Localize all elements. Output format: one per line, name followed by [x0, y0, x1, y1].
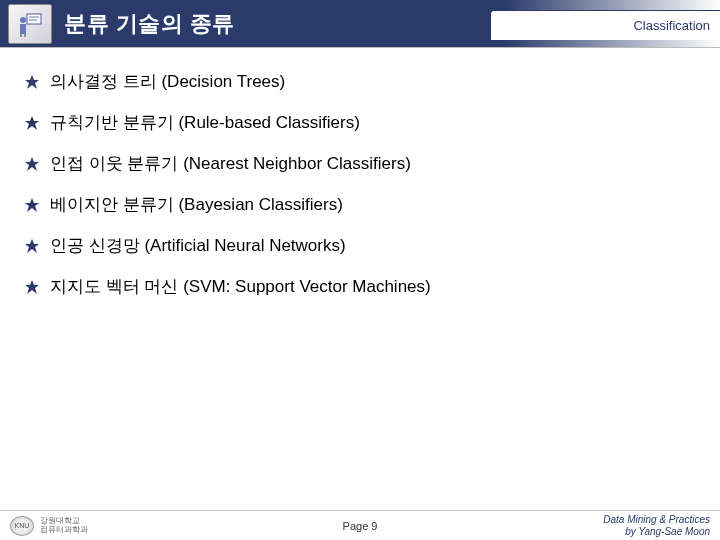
- university-logo-icon: KNU: [10, 516, 34, 536]
- bullet-icon: [24, 279, 40, 295]
- footer-credit: Data Mining & Practices by Yang-Sae Moon: [603, 514, 710, 538]
- svg-marker-10: [25, 239, 39, 253]
- slide-header: 분류 기술의 종류 Classification: [0, 0, 720, 48]
- slide-title: 분류 기술의 종류: [64, 9, 235, 39]
- list-item-text: 규칙기반 분류기 (Rule-based Classifiers): [50, 111, 360, 134]
- slide-category: Classification: [633, 18, 710, 33]
- institution-name: 강원대학교 컴퓨터과학과: [40, 517, 88, 535]
- bullet-icon: [24, 156, 40, 172]
- list-item-text: 베이지안 분류기 (Bayesian Classifiers): [50, 193, 343, 216]
- list-item-text: 지지도 벡터 머신 (SVM: Support Vector Machines): [50, 275, 431, 298]
- institution-line2: 컴퓨터과학과: [40, 526, 88, 535]
- credit-line1: Data Mining & Practices: [603, 514, 710, 526]
- bullet-icon: [24, 197, 40, 213]
- svg-rect-0: [27, 14, 41, 24]
- list-item: 베이지안 분류기 (Bayesian Classifiers): [24, 193, 696, 216]
- list-item-text: 인공 신경망 (Artificial Neural Networks): [50, 234, 346, 257]
- slide-footer: KNU 강원대학교 컴퓨터과학과 Page 9 Data Mining & Pr…: [0, 510, 720, 540]
- svg-marker-9: [25, 198, 39, 212]
- list-item-text: 의사결정 트리 (Decision Trees): [50, 70, 285, 93]
- svg-marker-8: [25, 157, 39, 171]
- svg-point-3: [20, 17, 26, 23]
- list-item: 의사결정 트리 (Decision Trees): [24, 70, 696, 93]
- svg-marker-7: [25, 116, 39, 130]
- page-number: Page 9: [343, 520, 378, 532]
- svg-marker-6: [25, 75, 39, 89]
- list-item: 지지도 벡터 머신 (SVM: Support Vector Machines): [24, 275, 696, 298]
- list-item: 규칙기반 분류기 (Rule-based Classifiers): [24, 111, 696, 134]
- list-item-text: 인접 이웃 분류기 (Nearest Neighbor Classifiers): [50, 152, 411, 175]
- presenter-icon: [8, 4, 52, 44]
- header-tag-container: Classification: [490, 10, 720, 40]
- credit-line2: by Yang-Sae Moon: [603, 526, 710, 538]
- svg-marker-11: [25, 280, 39, 294]
- slide-content: 의사결정 트리 (Decision Trees) 규칙기반 분류기 (Rule-…: [0, 48, 720, 298]
- bullet-icon: [24, 115, 40, 131]
- list-item: 인접 이웃 분류기 (Nearest Neighbor Classifiers): [24, 152, 696, 175]
- bullet-icon: [24, 74, 40, 90]
- list-item: 인공 신경망 (Artificial Neural Networks): [24, 234, 696, 257]
- bullet-icon: [24, 238, 40, 254]
